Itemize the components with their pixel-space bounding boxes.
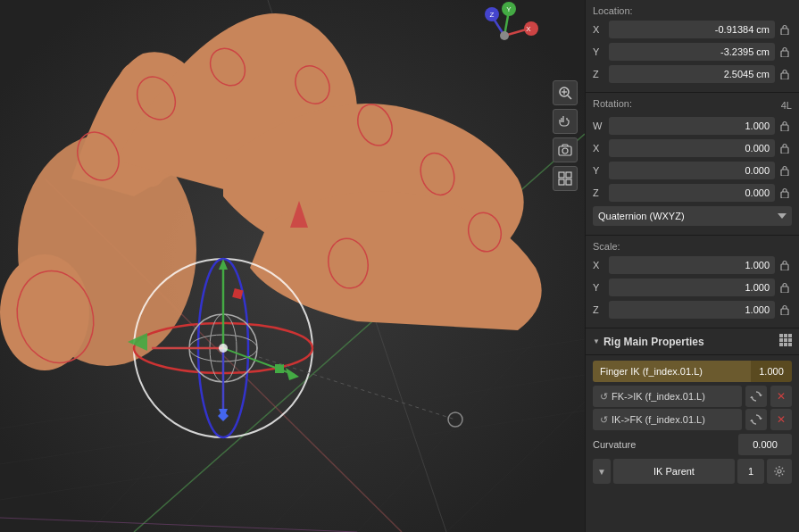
finger-ik-row: Finger IK (f_index.01.L) 1.000 <box>593 361 792 382</box>
hand-tool-btn[interactable] <box>553 109 578 134</box>
ik-parent-arrow-left[interactable]: ▼ <box>593 459 611 484</box>
svg-rect-80 <box>779 338 783 342</box>
svg-rect-74 <box>781 264 788 270</box>
location-z-lock-icon[interactable] <box>778 67 792 81</box>
sz-label: Z <box>593 304 609 315</box>
rotation-y-lock-icon[interactable] <box>778 163 792 178</box>
location-z-row: Z <box>593 64 792 84</box>
svg-rect-71 <box>781 147 788 154</box>
scale-z-lock-icon[interactable] <box>778 303 792 317</box>
rotation-mode-badge[interactable]: 4L <box>781 100 792 111</box>
svg-rect-79 <box>788 334 792 337</box>
viewport-canvas: X Y Z <box>0 0 585 532</box>
rotation-y-input[interactable] <box>609 162 775 179</box>
svg-text:X: X <box>526 25 531 33</box>
rotation-w-input[interactable] <box>609 117 775 135</box>
ik-parent-value[interactable]: 1 <box>737 459 764 484</box>
location-y-input[interactable] <box>609 43 775 61</box>
rig-main-header: ▼ Rig Main Properties <box>586 328 799 355</box>
svg-rect-82 <box>788 338 792 342</box>
rig-main-title: ▼ Rig Main Properties <box>593 336 704 348</box>
svg-rect-66 <box>566 179 571 185</box>
finger-ik-label[interactable]: Finger IK (f_index.01.L) <box>593 361 751 382</box>
scale-z-input[interactable] <box>609 301 775 319</box>
scale-y-lock-icon[interactable] <box>778 280 792 295</box>
location-label: Location: <box>593 5 792 16</box>
quaternion-select[interactable]: Quaternion (WXYZ) <box>593 206 792 226</box>
ik-to-fk-row: ↺ IK->FK (f_index.01.L) ✕ <box>593 409 792 430</box>
collapse-triangle-icon[interactable]: ▼ <box>593 337 600 345</box>
fk-to-ik-icon: ↺ <box>600 391 608 403</box>
svg-rect-67 <box>781 29 788 35</box>
sx-label: X <box>593 260 609 270</box>
rotation-x-input[interactable] <box>609 139 775 157</box>
ik-to-fk-label[interactable]: ↺ IK->FK (f_index.01.L) <box>593 409 742 430</box>
rx-label: X <box>593 143 609 154</box>
svg-rect-84 <box>784 343 787 346</box>
svg-rect-73 <box>781 192 788 198</box>
location-section: Location: X Y Z <box>586 0 799 93</box>
rig-grid-icon[interactable] <box>779 334 792 349</box>
svg-point-42 <box>219 344 228 353</box>
svg-rect-40 <box>275 364 284 373</box>
fk-to-ik-snap-btn[interactable] <box>745 386 767 407</box>
fk-to-ik-label-text: FK->IK (f_index.01.L) <box>612 391 705 402</box>
fk-to-ik-label[interactable]: ↺ FK->IK (f_index.01.L) <box>593 386 742 407</box>
rotation-y-row: Y <box>593 161 792 180</box>
fk-to-ik-row: ↺ FK->IK (f_index.01.L) ✕ <box>593 386 792 407</box>
svg-point-62 <box>562 148 568 154</box>
scale-y-input[interactable] <box>609 278 775 296</box>
camera-view-btn[interactable] <box>553 137 578 162</box>
location-y-lock-icon[interactable] <box>778 45 792 59</box>
svg-rect-69 <box>781 73 788 79</box>
curvature-row: Curvature 0.000 <box>593 434 792 455</box>
finger-ik-value[interactable]: 1.000 <box>751 361 792 382</box>
location-x-row: X <box>593 20 792 39</box>
w-label: W <box>593 121 609 131</box>
location-z-input[interactable] <box>609 65 775 83</box>
svg-rect-77 <box>779 334 783 337</box>
rotation-z-input[interactable] <box>609 184 775 202</box>
viewport[interactable]: X Y Z <box>0 0 585 532</box>
svg-point-56 <box>500 31 509 40</box>
scale-x-lock-icon[interactable] <box>778 258 792 272</box>
ik-parent-settings-icon[interactable] <box>767 459 792 484</box>
scale-x-input[interactable] <box>609 256 775 274</box>
rotation-x-lock-icon[interactable] <box>778 141 792 155</box>
ry-label: Y <box>593 165 609 176</box>
svg-rect-83 <box>779 343 783 346</box>
curvature-value[interactable]: 0.000 <box>738 434 792 455</box>
ik-to-fk-close-btn[interactable]: ✕ <box>770 409 792 430</box>
svg-rect-78 <box>784 334 787 337</box>
rotation-x-row: X <box>593 138 792 158</box>
svg-rect-75 <box>781 287 788 293</box>
ik-to-fk-icon: ↺ <box>600 414 608 426</box>
svg-point-90 <box>778 470 781 473</box>
svg-rect-68 <box>781 51 788 57</box>
grid-view-btn[interactable] <box>553 166 578 191</box>
location-x-lock-icon[interactable] <box>778 22 792 37</box>
zoom-icon-btn[interactable] <box>553 80 578 105</box>
svg-rect-65 <box>559 179 564 185</box>
z-label: Z <box>593 69 609 79</box>
fk-to-ik-close-btn[interactable]: ✕ <box>770 386 792 407</box>
svg-marker-88 <box>759 418 762 420</box>
ik-to-fk-snap-btn[interactable] <box>745 409 767 430</box>
viewport-toolbar <box>553 80 578 191</box>
ik-parent-label[interactable]: IK Parent <box>613 459 735 484</box>
location-x-input[interactable] <box>609 21 775 38</box>
svg-rect-81 <box>784 338 787 342</box>
rotation-w-lock-icon[interactable] <box>778 119 792 133</box>
rotation-label: Rotation: <box>593 98 632 109</box>
rotation-z-row: Z <box>593 183 792 203</box>
svg-text:Y: Y <box>506 5 512 13</box>
properties-panel: Location: X Y Z Rotation: 4L <box>585 0 799 532</box>
scale-x-row: X <box>593 255 792 275</box>
scale-label: Scale: <box>593 241 792 252</box>
rotation-z-lock-icon[interactable] <box>778 186 792 200</box>
x-label: X <box>593 24 609 35</box>
svg-marker-86 <box>759 395 762 396</box>
scale-y-row: Y <box>593 278 792 297</box>
svg-rect-70 <box>781 125 788 131</box>
location-y-row: Y <box>593 42 792 62</box>
